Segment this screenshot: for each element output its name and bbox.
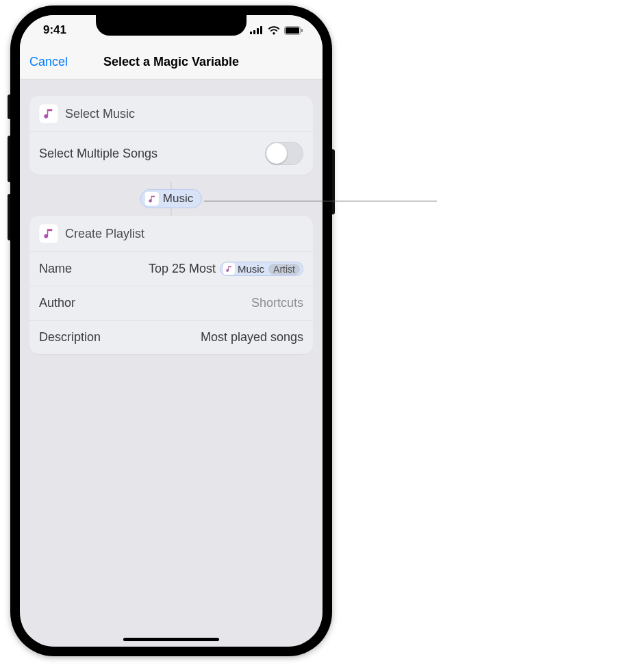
action-title: Select Music: [65, 107, 135, 121]
toggle-multiple-songs[interactable]: [265, 142, 303, 165]
row-label: Author: [39, 296, 75, 310]
content-area: Select Music Select Multiple Songs Musi: [20, 79, 323, 377]
cellular-signal-icon: [250, 26, 264, 34]
connector: Music: [29, 182, 313, 216]
row-name[interactable]: Name Top 25 Most Music Artist: [29, 252, 313, 286]
home-indicator[interactable]: [123, 638, 219, 641]
row-description[interactable]: Description Most played songs: [29, 321, 313, 354]
row-author[interactable]: Author Shortcuts: [29, 286, 313, 321]
svg-rect-5: [286, 27, 299, 34]
pill-label: Music: [163, 192, 193, 206]
status-indicators: [250, 26, 306, 35]
action-card-select-music[interactable]: Select Music Select Multiple Songs: [29, 96, 313, 175]
notch: [96, 15, 247, 36]
svg-rect-2: [257, 28, 259, 34]
music-note-icon: [39, 104, 58, 123]
magic-variable-token[interactable]: Music Artist: [220, 262, 303, 276]
row-label: Description: [39, 330, 101, 345]
music-note-icon: [223, 263, 235, 275]
token-label: Music: [238, 263, 264, 275]
row-select-multiple[interactable]: Select Multiple Songs: [29, 132, 313, 175]
name-text-value: Top 25 Most: [149, 262, 216, 276]
status-time: 9:41: [36, 23, 66, 37]
description-value: Most played songs: [201, 330, 303, 345]
nav-bar: Cancel Select a Magic Variable: [20, 45, 323, 79]
author-value: Shortcuts: [251, 296, 303, 310]
row-label: Name: [39, 262, 72, 276]
row-label: Select Multiple Songs: [39, 147, 157, 161]
music-note-icon: [145, 192, 159, 206]
svg-rect-6: [301, 29, 303, 32]
svg-rect-0: [250, 32, 252, 34]
action-header: Select Music: [29, 96, 313, 132]
magic-variable-pill[interactable]: Music: [140, 189, 202, 208]
cancel-button[interactable]: Cancel: [29, 55, 68, 69]
wifi-icon: [268, 26, 280, 35]
svg-rect-1: [253, 30, 255, 34]
callout-line: [204, 201, 437, 202]
action-card-create-playlist[interactable]: Create Playlist Name Top 25 Most Music: [29, 216, 313, 354]
battery-icon: [284, 26, 303, 35]
svg-rect-3: [260, 26, 262, 34]
action-header: Create Playlist: [29, 216, 313, 252]
music-note-icon: [39, 224, 58, 243]
action-title: Create Playlist: [65, 227, 144, 241]
token-subfield: Artist: [268, 264, 300, 275]
